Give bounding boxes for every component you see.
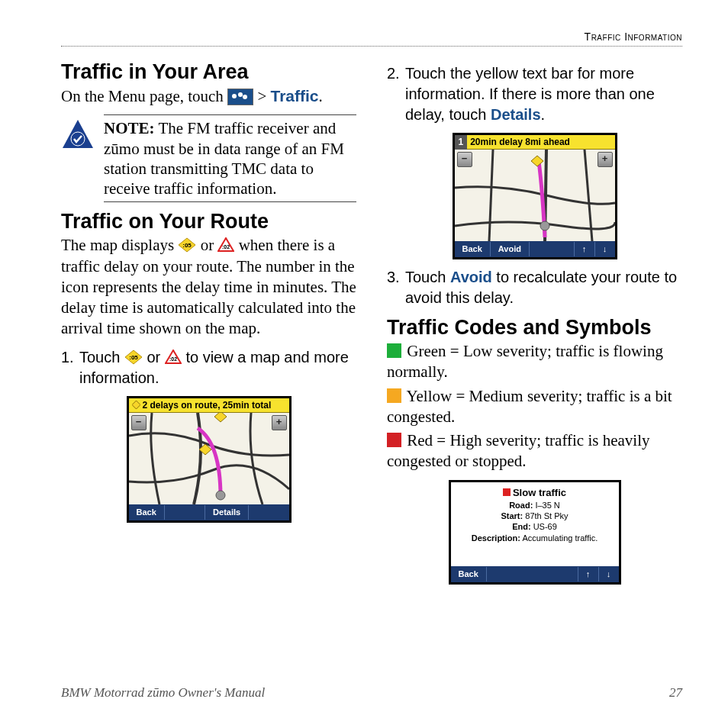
delay-badge-02-icon: :02 — [165, 350, 182, 365]
map-graphic — [129, 413, 289, 504]
zoom-in-button[interactable]: + — [272, 415, 287, 430]
zoom-in-button[interactable]: + — [598, 152, 613, 167]
alert-diamond-icon — [132, 401, 140, 409]
page-header: Traffic Information — [61, 31, 682, 47]
severity-green: Green = Low severity; traffic is flowing… — [387, 341, 682, 383]
severity-indicator-icon — [503, 488, 511, 496]
detail-title: Slow traffic — [513, 487, 566, 498]
screenshot-detail: Slow traffic Road: I–35 N Start: 87th St… — [387, 480, 682, 585]
right-column: 2. Touch the yellow text bar for more in… — [387, 53, 682, 592]
screenshot-delay-ahead: 1 20min delay 8mi ahead — [387, 133, 682, 259]
svg-point-14 — [216, 491, 225, 500]
back-button[interactable]: Back — [455, 242, 491, 256]
alert-bar[interactable]: 2 delays on route, 25min total — [129, 398, 289, 413]
back-button[interactable]: Back — [129, 505, 165, 520]
menu-icon — [227, 89, 253, 105]
down-arrow-button[interactable]: ↓ — [594, 242, 615, 256]
detail-start: 87th St Pky — [523, 511, 568, 520]
page-number: 27 — [669, 685, 682, 701]
svg-text::02: :02 — [222, 244, 230, 250]
severity-red: Red = High severity; traffic is heavily … — [387, 430, 682, 472]
tab-1[interactable]: 1 — [455, 135, 468, 150]
green-swatch — [387, 343, 401, 358]
details-button[interactable]: Details — [205, 505, 249, 520]
svg-marker-10 — [132, 401, 140, 409]
alert-bar[interactable]: 20min delay 8mi ahead — [467, 135, 614, 150]
detail-road: I–35 N — [533, 501, 559, 510]
paragraph-map-displays: The map displays :05 or :02 when there i… — [61, 235, 356, 339]
note-block: NOTE: The FM traffic receiver and zūmo m… — [61, 114, 356, 202]
back-button[interactable]: Back — [451, 567, 487, 581]
heading-traffic-route: Traffic on Your Route — [61, 210, 356, 234]
footer-title: BMW Motorrad zūmo Owner's Manual — [61, 685, 265, 701]
heading-traffic-codes: Traffic Codes and Symbols — [387, 316, 682, 340]
svg-text::05: :05 — [129, 354, 138, 361]
note-label: NOTE: — [104, 119, 155, 137]
step-1: 1. Touch :05 or :02 to view a map and mo… — [61, 347, 356, 388]
step-3: 3. Touch Avoid to recalculate your route… — [387, 267, 682, 308]
delay-badge-05-icon: :05 — [178, 237, 196, 253]
paragraph-menu-touch: On the Menu page, touch > Traffic. — [61, 85, 356, 107]
red-swatch — [387, 433, 401, 447]
zoom-out-button[interactable]: − — [457, 152, 472, 167]
heading-traffic-area: Traffic in Your Area — [61, 60, 356, 84]
left-column: Traffic in Your Area On the Menu page, t… — [61, 53, 356, 592]
delay-badge-02-icon: :02 — [217, 237, 234, 253]
checkmark-triangle-icon — [61, 118, 95, 151]
up-arrow-button[interactable]: ↑ — [578, 567, 598, 581]
zoom-out-button[interactable]: − — [131, 415, 147, 430]
svg-text::02: :02 — [169, 356, 177, 362]
severity-yellow: Yellow = Medium severity; traffic is a b… — [387, 386, 682, 428]
down-arrow-button[interactable]: ↓ — [598, 567, 619, 581]
yellow-swatch — [387, 388, 401, 403]
delay-badge-05-icon: :05 — [124, 350, 143, 365]
avoid-button[interactable]: Avoid — [491, 242, 530, 256]
screenshot-delays-on-route: 2 delays on route, 25min total — [61, 396, 356, 523]
detail-end: US-69 — [531, 522, 557, 531]
detail-description: Accumulating traffic. — [520, 533, 598, 543]
step-2: 2. Touch the yellow text bar for more in… — [387, 63, 682, 125]
up-arrow-button[interactable]: ↑ — [574, 242, 594, 256]
svg-point-17 — [540, 221, 549, 230]
svg-text::05: :05 — [183, 242, 192, 249]
map-graphic — [455, 150, 615, 241]
